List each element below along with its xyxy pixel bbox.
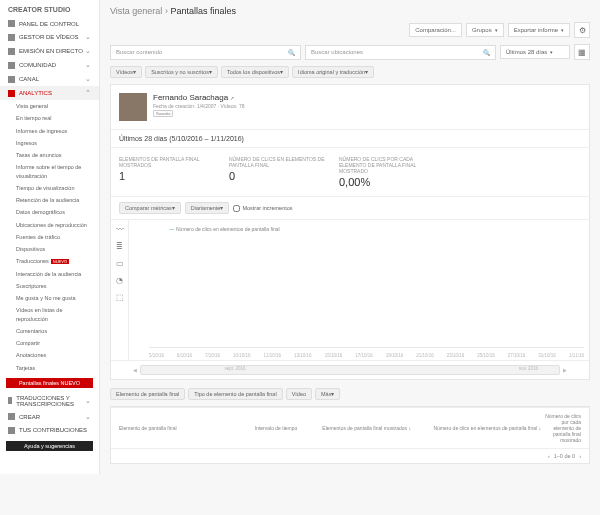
analytics-sub-engagement[interactable]: Interacción de la audiencia (0, 268, 99, 280)
analytics-sub-demographics[interactable]: Datos demográficos (0, 206, 99, 218)
stat-shown[interactable]: ELEMENTOS DE PANTALLA FINAL MOSTRADOS 1 (119, 156, 229, 188)
col-interval[interactable]: Intervalo de tiempo (251, 425, 301, 431)
filter-language[interactable]: Idioma original y traducción ▾ (292, 66, 374, 78)
sidebar-item-label: CANAL (19, 76, 39, 82)
new-badge: NUEVO (51, 259, 69, 264)
multichart-icon[interactable]: ≣ (116, 242, 123, 251)
chevron-down-icon: ⌄ (85, 413, 91, 421)
table-pager: ‹ 1–0 de 0 › (111, 448, 589, 463)
analytics-sub-adrates[interactable]: Tasas de anuncios (0, 149, 99, 161)
scroll-track[interactable]: sept. 2016 nov. 2016 (140, 365, 560, 375)
show-increments-checkbox[interactable] (233, 205, 240, 212)
granularity-button[interactable]: Diariamente ▾ (185, 202, 230, 214)
calendar-button[interactable]: ▦ (574, 44, 590, 60)
analytics-sub-translations[interactable]: TraduccionesNUEVO (0, 255, 99, 267)
barchart-icon[interactable]: ▭ (116, 259, 124, 268)
search-content-input[interactable]: Buscar contenido🔍 (110, 45, 301, 60)
chart-axis (149, 347, 584, 348)
sidebar-item-translations[interactable]: TRADUCCIONES Y TRANSCRIPCIONES⌄ (0, 392, 99, 410)
analytics-sub-playlists[interactable]: Vídeos en listas de reproducción (0, 304, 99, 325)
chevron-down-icon: ⌄ (85, 61, 91, 69)
col-ctr[interactable]: Número de clics por cada elemento de pan… (541, 413, 581, 443)
sidebar-item-create[interactable]: CREAR⌄ (0, 410, 99, 424)
community-icon (8, 62, 15, 69)
avatar (119, 93, 147, 121)
open-channel-icon[interactable]: ↗ (230, 95, 234, 101)
analytics-sub-cards[interactable]: Tarjetas (0, 362, 99, 374)
chart-scrollbar[interactable]: ◀ sept. 2016 nov. 2016 ▶ (111, 360, 589, 379)
analytics-sub-watchreport[interactable]: Informe sobre el tiempo de visualización (0, 161, 99, 182)
subscribe-button[interactable]: Suscrito (153, 110, 173, 117)
col-shown[interactable]: Elementos de pantalla final mostrados ↓ (301, 425, 411, 431)
chart-xticks: 5/10/166/10/167/10/1610/10/1611/10/1613/… (149, 353, 584, 358)
pager-next[interactable]: › (579, 453, 581, 459)
chevron-down-icon: ▾ (172, 205, 175, 211)
filter-subscribed[interactable]: Suscritos y no suscritos ▾ (145, 66, 218, 78)
chevron-down-icon: ▾ (220, 205, 223, 211)
analytics-sub-devices[interactable]: Dispositivos (0, 243, 99, 255)
tab-element[interactable]: Elemento de pantalla final (110, 388, 185, 400)
pager-range: 1–0 de 0 (554, 453, 575, 459)
chart-legend: Número de clics en elementos de pantalla… (169, 226, 280, 232)
analytics-sub-annotations[interactable]: Anotaciones (0, 349, 99, 361)
analytics-sub-sharing[interactable]: Compartir (0, 337, 99, 349)
analytics-sub-revenue[interactable]: Ingresos (0, 137, 99, 149)
channel-header: Fernando Sarachaga↗ Fecha de creación: 1… (111, 85, 589, 130)
sidebar-item-dashboard[interactable]: PANEL DE CONTROL (0, 17, 99, 30)
stat-clicks[interactable]: NÚMERO DE CLICS EN ELEMENTOS DE PANTALLA… (229, 156, 339, 188)
table-header: Elemento de pantalla final Intervalo de … (111, 407, 589, 448)
analytics-sub-subscribers[interactable]: Suscriptores (0, 280, 99, 292)
sidebar-title: CREATOR STUDIO (0, 6, 99, 17)
scroll-left-handle[interactable]: ◀ (133, 368, 137, 373)
tab-more[interactable]: Más ▾ (315, 388, 340, 400)
pager-prev[interactable]: ‹ (548, 453, 550, 459)
analytics-sub-endscreens[interactable]: Pantallas finales NUEVO (6, 378, 93, 388)
chevron-down-icon: ⌄ (85, 75, 91, 83)
stat-ctr[interactable]: NÚMERO DE CLICS POR CADA ELEMENTO DE PAN… (339, 156, 449, 188)
date-range-button[interactable]: Últimos 28 días▾ (500, 45, 570, 59)
date-range-title: Últimos 28 días (5/10/2016 – 1/11/2016) (111, 130, 589, 148)
show-increments-toggle[interactable]: Mostrar incrementos (233, 202, 292, 214)
tab-video[interactable]: Vídeo (286, 388, 312, 400)
analytics-sub-watchtime[interactable]: Tiempo de visualización (0, 182, 99, 194)
sidebar-item-label: CREAR (19, 414, 40, 420)
mapchart-icon[interactable]: ⬚ (116, 293, 124, 302)
analytics-sub-comments[interactable]: Comentarios (0, 325, 99, 337)
export-button[interactable]: Exportar informe▾ (508, 23, 570, 37)
sidebar-item-videos[interactable]: GESTOR DE VÍDEOS⌄ (0, 30, 99, 44)
scroll-right-handle[interactable]: ▶ (563, 368, 567, 373)
compare-button[interactable]: Comparación... (409, 23, 462, 37)
piechart-icon[interactable]: ◔ (116, 276, 123, 285)
analytics-sub-revreport[interactable]: Informes de ingresos (0, 125, 99, 137)
linechart-icon[interactable]: 〰 (116, 225, 124, 234)
sidebar-item-live[interactable]: EMISIÓN EN DIRECTO⌄ (0, 44, 99, 58)
analytics-sub-retention[interactable]: Retención de la audiencia (0, 194, 99, 206)
settings-button[interactable]: ⚙ (574, 22, 590, 38)
help-button[interactable]: Ayuda y sugerencias (6, 441, 93, 451)
analytics-sub-traffic[interactable]: Fuentes de tráfico (0, 231, 99, 243)
filter-videos[interactable]: Vídeos ▾ (110, 66, 142, 78)
analytics-sub-realtime[interactable]: En tiempo real (0, 112, 99, 124)
sidebar-item-analytics[interactable]: ANALYTICS⌃ (0, 86, 99, 100)
groups-button[interactable]: Grupos▾ (466, 23, 504, 37)
col-element[interactable]: Elemento de pantalla final (119, 425, 251, 431)
sidebar-item-community[interactable]: COMUNIDAD⌄ (0, 58, 99, 72)
search-icon: 🔍 (288, 49, 295, 56)
crumb-parent[interactable]: Vista general (110, 6, 162, 16)
filter-devices[interactable]: Todos los dispositivos ▾ (221, 66, 289, 78)
analytics-sub-playback[interactable]: Ubicaciones de reproducción (0, 219, 99, 231)
sidebar-item-contributions[interactable]: TUS CONTRIBUCIONES (0, 424, 99, 437)
channel-icon (8, 76, 15, 83)
sidebar-item-channel[interactable]: CANAL⌄ (0, 72, 99, 86)
report-panel: Fernando Sarachaga↗ Fecha de creación: 1… (110, 84, 590, 380)
breadcrumb: Vista general › Pantallas finales (110, 6, 590, 16)
search-locations-input[interactable]: Buscar ubicaciones🔍 (305, 45, 496, 60)
sidebar-item-label: PANEL DE CONTROL (19, 21, 79, 27)
chevron-down-icon: ⌄ (85, 47, 91, 55)
col-clicks[interactable]: Número de clics en elementos de pantalla… (411, 425, 541, 431)
live-icon (8, 48, 15, 55)
analytics-sub-likes[interactable]: Me gusta y No me gusta (0, 292, 99, 304)
tab-element-type[interactable]: Tipo de elemento de pantalla final (188, 388, 282, 400)
compare-metrics-button[interactable]: Comparar métricas ▾ (119, 202, 181, 214)
analytics-sub-overview[interactable]: Vista general (0, 100, 99, 112)
